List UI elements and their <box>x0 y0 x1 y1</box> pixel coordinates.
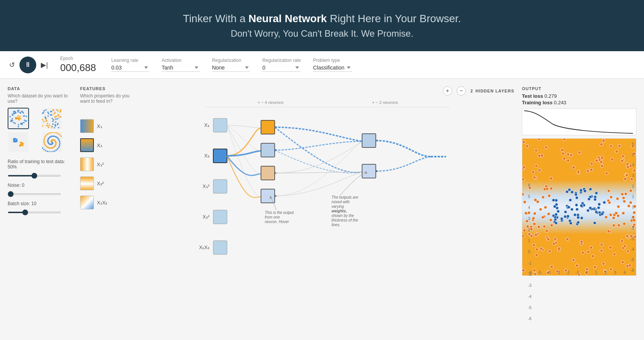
epoch-block: Epoch 000,688 <box>60 56 96 74</box>
svg-text:thickness of the: thickness of the <box>332 218 358 222</box>
svg-text:+ −  2 neurons: + − 2 neurons <box>372 100 398 105</box>
dataset-grid <box>8 108 72 153</box>
data-panel-title: DATA <box>8 86 72 91</box>
feature-x2[interactable]: X₂ <box>80 138 134 152</box>
training-loss-line: Training loss 0.243 <box>522 100 636 105</box>
svg-text:shown by the: shown by the <box>332 214 354 218</box>
feature-x1[interactable]: X₁ <box>80 119 134 133</box>
feature-x1x2[interactable]: X₁X₂ <box>80 196 134 209</box>
svg-text:varying: varying <box>332 204 344 209</box>
svg-text:lines.: lines. <box>332 223 340 227</box>
data-panel: DATA Which dataset do you want to use? R… <box>8 86 72 300</box>
ratio-label: Ratio of training to test data: 50% <box>8 159 72 170</box>
features-panel: FEATURES Which properties do you want to… <box>80 86 134 300</box>
pause-button[interactable]: ⏸ <box>19 57 36 73</box>
epoch-label: Epoch <box>60 56 96 61</box>
svg-text:X₁²: X₁² <box>203 183 210 189</box>
ratio-slider[interactable] <box>8 175 61 176</box>
feature-x2sq[interactable]: X₂² <box>80 176 134 190</box>
noise-slider[interactable] <box>8 193 61 195</box>
feature-x1x2-box <box>80 196 94 209</box>
activation-label: Activation <box>162 58 200 63</box>
epoch-value: 000,688 <box>60 62 96 74</box>
hidden-layers-label: HIDDEN LAYERS <box>475 89 514 93</box>
dataset-spiral[interactable] <box>41 131 63 153</box>
y-axis: 6543210-1-2-3-4-5-6 <box>528 183 531 308</box>
output-stats: Test loss 0.279 Training loss 0.243 <box>522 93 636 105</box>
test-loss-label: Test loss <box>522 93 543 99</box>
learning-rate-select[interactable]: 0.03 0.01 0.001 0.1 1 3 10 <box>111 64 150 72</box>
features-panel-subtitle: Which properties do you want to feed in? <box>80 93 134 104</box>
svg-rect-21 <box>362 134 376 147</box>
dataset-gaussian[interactable] <box>8 131 29 153</box>
regularization-rate-group: Regularization rate 0 0.001 0.003 0.01 0… <box>262 58 301 72</box>
svg-rect-6 <box>213 210 227 224</box>
svg-rect-22 <box>362 164 376 178</box>
header: Tinker With a Neural Network Right Here … <box>0 0 644 51</box>
feature-x2-label: X₂ <box>97 142 102 148</box>
header-title: Tinker With a Neural Network Right Here … <box>8 11 636 27</box>
svg-text:weights,: weights, <box>332 209 347 213</box>
batch-slider-group: Batch size: 10 <box>8 201 72 215</box>
problem-type-group: Problem type Classification Regression <box>313 58 352 72</box>
regularization-rate-select[interactable]: 0 0.001 0.003 0.01 0.03 0.1 0.3 1 3 10 <box>262 64 301 72</box>
batch-slider[interactable] <box>8 212 61 213</box>
regularization-rate-label: Regularization rate <box>262 58 301 63</box>
feature-x1-label: X₁ <box>97 123 102 129</box>
output-map-canvas <box>522 139 636 275</box>
step-button[interactable]: ▶| <box>41 61 48 69</box>
reset-button[interactable]: ↺ <box>9 61 15 69</box>
network-panel: + − 2 HIDDEN LAYERS + − 4 neurons + − 2 … <box>141 86 514 300</box>
svg-text:mixed with: mixed with <box>332 200 350 204</box>
feature-x1sq[interactable]: X₁² <box>80 157 134 171</box>
output-panel: OUTPUT Test loss 0.279 Training loss 0.2… <box>522 86 636 300</box>
dataset-circle[interactable] <box>8 108 29 129</box>
regularization-group: Regularization None L1 L2 <box>212 58 250 72</box>
playback-controls: ↺ ⏸ ▶| <box>9 57 48 73</box>
network-header: + − 2 HIDDEN LAYERS <box>141 86 514 96</box>
feature-x1sq-label: X₁² <box>97 162 104 167</box>
add-layer-button[interactable]: + <box>443 86 452 96</box>
regularization-select[interactable]: None L1 L2 <box>212 64 250 72</box>
svg-rect-5 <box>213 180 227 193</box>
svg-rect-14 <box>261 143 275 157</box>
feature-x2-box <box>80 138 94 152</box>
learning-rate-group: Learning rate 0.03 0.01 0.001 0.1 1 3 10 <box>111 58 150 72</box>
toolbar: ↺ ⏸ ▶| Epoch 000,688 Learning rate 0.03 … <box>0 51 644 79</box>
svg-text:This is the output: This is the output <box>265 210 294 215</box>
header-subtitle: Don't Worry, You Can't Break It. We Prom… <box>8 28 636 39</box>
svg-text:X₁X₂: X₁X₂ <box>199 244 209 250</box>
problem-type-label: Problem type <box>313 58 352 63</box>
dataset-spiral-canvas <box>42 132 62 152</box>
problem-type-select[interactable]: Classification Regression <box>313 64 352 72</box>
feature-x1sq-box <box>80 157 94 171</box>
feature-list: X₁ X₂ X₁² X₂² <box>80 119 134 209</box>
dataset-circle-canvas <box>8 108 28 128</box>
svg-rect-3 <box>213 118 227 132</box>
svg-text:X₂: X₂ <box>204 153 209 159</box>
svg-text:X₂²: X₂² <box>203 214 210 220</box>
hidden-layers-count: 2 <box>470 89 473 93</box>
svg-text:from one: from one <box>265 215 280 219</box>
feature-x2sq-box <box>80 176 94 190</box>
features-panel-title: FEATURES <box>80 86 134 91</box>
training-loss-value: 0.243 <box>554 100 567 105</box>
output-map <box>522 138 636 276</box>
main-content: DATA Which dataset do you want to use? R… <box>0 79 644 308</box>
remove-layer-button[interactable]: − <box>457 86 466 96</box>
activation-select[interactable]: Tanh ReLU Sigmoid Linear <box>162 64 200 72</box>
regularization-label: Regularization <box>212 58 250 63</box>
loss-chart-svg <box>522 109 636 136</box>
feature-x1-box <box>80 119 94 133</box>
dataset-xor[interactable] <box>41 108 63 129</box>
network-svg: + − 4 neurons + − 2 neurons X₁ X₂ X₁² X₂… <box>141 99 514 267</box>
learning-rate-label: Learning rate <box>111 58 150 63</box>
activation-group: Activation Tanh ReLU Sigmoid Linear <box>162 58 200 72</box>
svg-text:+ −  4 neurons: + − 4 neurons <box>258 100 283 105</box>
test-loss-value: 0.279 <box>544 93 557 99</box>
output-panel-title: OUTPUT <box>522 86 636 91</box>
test-loss-line: Test loss 0.279 <box>522 93 636 99</box>
svg-rect-7 <box>213 241 227 254</box>
ratio-slider-group: Ratio of training to test data: 50% <box>8 159 72 178</box>
noise-label: Noise: 0 <box>8 183 72 188</box>
